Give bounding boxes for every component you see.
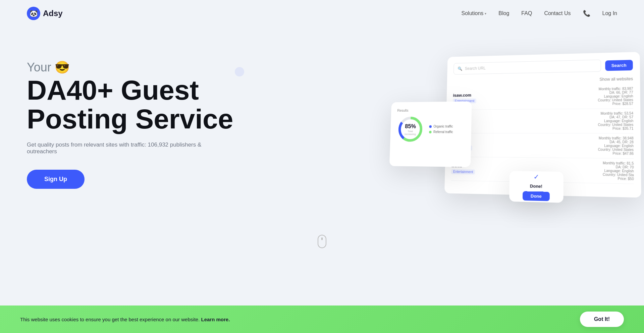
done-button[interactable]: Done xyxy=(523,191,550,201)
done-label: Done! xyxy=(530,183,542,189)
site-metrics: Monthly traffic: 38,948 DA: 45, DR: 28 L… xyxy=(598,136,634,155)
logo[interactable]: 🐼 Adsy xyxy=(27,7,63,20)
legend-label: Organic traffic xyxy=(433,125,453,128)
phone-icon[interactable]: 📞 xyxy=(583,10,590,17)
site-name: isaw.com xyxy=(453,93,485,98)
site-metrics: Monthly traffic: 83,987 DA: 66, DR: 77 L… xyxy=(598,87,633,106)
dashboard-visual: 🔍 Search URL Search Show all websites is… xyxy=(393,31,644,228)
dashboard-search-button[interactable]: Search xyxy=(605,60,633,71)
site-metrics: Monthly traffic: 81.5 DA: DR: 70 Languag… xyxy=(603,161,634,181)
nav-faq[interactable]: FAQ xyxy=(521,10,532,16)
scroll-mouse-icon xyxy=(318,235,326,248)
donut-container: 85% Total increasing Organic traffic Ref… xyxy=(396,114,465,144)
dashboard-search-input[interactable]: 🔍 Search URL xyxy=(453,60,601,75)
donut-chart: 85% Total increasing xyxy=(396,115,425,144)
cookie-banner: This website uses cookies to ensure you … xyxy=(0,306,644,333)
hero-description: Get quality posts from relevant sites wi… xyxy=(27,142,228,155)
site-table: isaw.com Entertainment Monthly traffic: … xyxy=(451,84,634,184)
cookie-text: This website uses cookies to ensure you … xyxy=(20,317,230,322)
login-link[interactable]: Log In xyxy=(602,10,617,16)
show-all-label[interactable]: Show all websites xyxy=(453,76,633,84)
scroll-indicator xyxy=(0,228,644,255)
scroll-dot xyxy=(321,237,323,240)
cookie-accept-button[interactable]: Got It! xyxy=(580,312,624,327)
table-row[interactable]: llov.com For Women Monthly traffic: 38,9… xyxy=(451,133,634,159)
navbar: 🐼 Adsy Solutions ▾ Blog FAQ Contact Us 📞… xyxy=(0,0,644,27)
nav-contact[interactable]: Contact Us xyxy=(544,10,571,16)
chevron-down-icon: ▾ xyxy=(485,12,486,15)
donut-center-text: 85% Total increasing xyxy=(403,123,417,135)
site-tag: Entertainment xyxy=(451,169,475,174)
legend-dot xyxy=(429,125,432,128)
table-row[interactable]: isaw.com Entertainment Monthly traffic: … xyxy=(453,84,633,110)
chart-legend: Organic traffic Referral traffic xyxy=(429,125,453,134)
logo-icon: 🐼 xyxy=(27,7,40,20)
done-card: ✓ Done! Done xyxy=(509,171,564,203)
table-row[interactable]: ikim.com Health Monthly traffic: 53,54 D… xyxy=(452,109,634,133)
analytics-label: Results xyxy=(397,108,465,112)
legend-item: Organic traffic xyxy=(429,125,453,128)
analytics-card: Results 85% Total increasing xyxy=(389,101,472,167)
site-metrics: Monthly traffic: 53,54 DA: 47, DR: 57 La… xyxy=(598,111,633,130)
cookie-learn-more[interactable]: Learn more. xyxy=(201,317,230,322)
hero-content: Your 😎 DA40+ Guest Posting Service Get q… xyxy=(27,47,233,189)
hero-section: Your 😎 DA40+ Guest Posting Service Get q… xyxy=(0,27,644,228)
check-icon: ✓ xyxy=(533,173,539,181)
nav-blog[interactable]: Blog xyxy=(498,10,509,16)
hero-subtitle: Your 😎 xyxy=(27,60,233,74)
hero-title: DA40+ Guest Posting Service xyxy=(27,76,233,133)
legend-dot xyxy=(429,131,432,133)
legend-item: Referral traffic xyxy=(429,130,453,134)
search-row: 🔍 Search URL Search xyxy=(453,59,633,74)
legend-label: Referral traffic xyxy=(433,130,453,134)
nav-links: Solutions ▾ Blog FAQ Contact Us 📞 Log In xyxy=(462,10,618,17)
brand-name: Adsy xyxy=(43,9,63,18)
nav-solutions[interactable]: Solutions ▾ xyxy=(462,10,487,16)
deco-circle-1 xyxy=(235,67,244,76)
signup-button[interactable]: Sign Up xyxy=(27,170,85,189)
